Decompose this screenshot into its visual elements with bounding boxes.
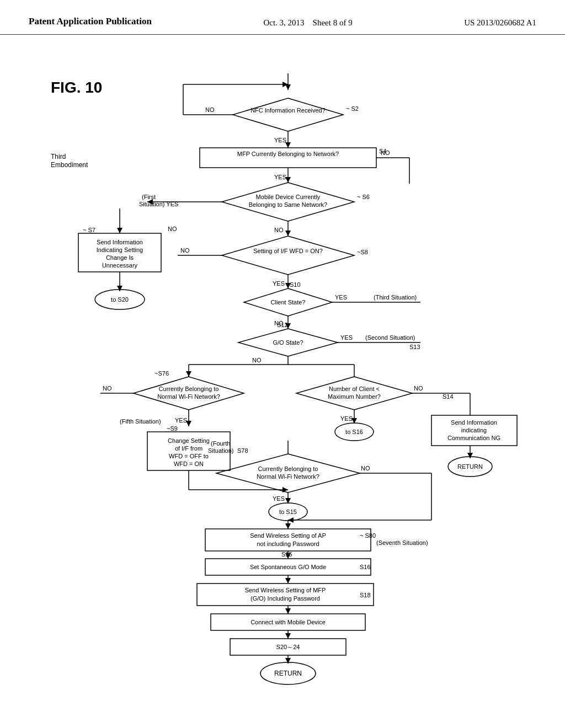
s8-text: Setting of I/F WFD = ON?: [253, 248, 323, 254]
s12-text: G/O State?: [273, 339, 303, 346]
svg-text:(G/O) Including Password: (G/O) Including Password: [250, 595, 320, 602]
num-no: NO: [414, 385, 423, 392]
svg-marker-86: [285, 523, 291, 529]
svg-marker-2: [233, 98, 343, 131]
svg-text:Normal Wi-Fi Network?: Normal Wi-Fi Network?: [257, 473, 319, 480]
s6-text: Mobile Device Currently: [256, 194, 321, 200]
s14-text: Send Information: [451, 419, 497, 426]
s78-yes: YES: [273, 495, 285, 502]
s76-label: ~S76: [154, 370, 169, 377]
s12-no: NO: [252, 357, 262, 363]
s9-label: ~S9: [167, 425, 178, 432]
svg-marker-31: [285, 231, 291, 236]
s78-label: S78: [237, 447, 248, 454]
sheet-info: Sheet 8 of 9: [313, 18, 353, 27]
svg-text:not including Password: not including Password: [257, 540, 319, 547]
patent-number: US 2013/0260682 A1: [464, 18, 536, 28]
publication-date: Oct. 3, 2013: [263, 18, 304, 27]
svg-marker-59: [467, 453, 473, 458]
third-sit: (Third Situation): [374, 294, 417, 301]
s8-label: ~S8: [357, 249, 368, 255]
s8-yes: YES: [273, 280, 285, 287]
s14-label: S14: [443, 393, 454, 400]
s78-no: NO: [361, 465, 370, 472]
svg-text:WFD = ON: WFD = ON: [174, 461, 204, 467]
svg-text:Normal Wi-Fi Network?: Normal Wi-Fi Network?: [157, 393, 220, 400]
fifth-sit: (Fifth Situation): [120, 418, 161, 425]
send-info-text: Send Information: [97, 239, 143, 245]
s10-yes: YES: [335, 294, 347, 301]
first-sit-label: (First: [142, 194, 156, 200]
s16-text: Send Wireless Setting of MFP: [245, 587, 326, 593]
flowchart: FIG. 10 Third Embodiment NFC Information…: [33, 62, 532, 702]
s7-no: NO: [168, 226, 177, 232]
s12-label: S12: [277, 322, 288, 328]
s8-no: NO: [180, 247, 190, 254]
s80-label: ~ S80: [360, 532, 376, 539]
svg-text:Maximum Number?: Maximum Number?: [328, 393, 381, 400]
page-header: Patent Application Publication Oct. 3, 2…: [0, 0, 565, 35]
svg-text:Indicating Setting: Indicating Setting: [97, 247, 143, 253]
second-sit: (Second Situation): [365, 334, 415, 341]
publication-title: Patent Application Publication: [29, 15, 152, 28]
s80-text: Send Wireless Setting of AP: [250, 532, 326, 539]
svg-marker-28: [117, 286, 122, 291]
s7-label: ~ S7: [83, 227, 95, 233]
svg-text:Unnecessary: Unnecessary: [102, 262, 138, 269]
s4-text: MFP Currently Belonging to Network?: [237, 151, 339, 157]
s76-no: NO: [103, 385, 112, 392]
s12-yes: YES: [340, 334, 353, 341]
svg-text:indicating: indicating: [461, 427, 487, 433]
s4-yes: YES: [274, 174, 286, 180]
s13-label: S13: [409, 344, 420, 350]
s10-text: Client State?: [271, 299, 306, 306]
s4-no: NO: [381, 149, 390, 156]
s2-text: NFC Information Received?: [250, 107, 326, 114]
s2-yes: YES: [274, 137, 286, 143]
svg-marker-97: [285, 608, 291, 614]
svg-marker-45: [186, 371, 191, 377]
return-right-text: RETURN: [457, 463, 483, 470]
seventh-sit: (Seventh Situation): [376, 539, 428, 546]
third-embodiment-label2: Embodiment: [51, 161, 88, 169]
fig-label: FIG. 10: [51, 79, 102, 96]
s76-text: Currently Belonging to: [159, 386, 219, 392]
num-client-text: Number of Client <: [329, 386, 380, 392]
s6-label: ~ S6: [357, 194, 370, 200]
svg-text:Belonging to Same Network?: Belonging to Same Network?: [249, 201, 327, 208]
svg-marker-22: [117, 228, 122, 233]
to-s20-text: to S20: [111, 296, 129, 303]
s2024-text: S20～24: [276, 644, 300, 650]
main-content: FIG. 10 Third Embodiment NFC Information…: [0, 35, 565, 719]
to-s15-text: to S15: [279, 508, 297, 515]
svg-text:WFD = OFF to: WFD = OFF to: [169, 453, 209, 459]
s18-text: Connect with Mobile Device: [250, 619, 326, 625]
fourth-sit: (Fourth: [211, 440, 230, 447]
return-bottom-text: RETURN: [274, 670, 302, 677]
flowchart-svg: FIG. 10 Third Embodiment NFC Information…: [34, 62, 531, 702]
svg-text:Situation): Situation): [208, 447, 233, 454]
header-center: Oct. 3, 2013 Sheet 8 of 9: [263, 18, 352, 28]
s16-label: S16: [360, 564, 371, 570]
s2-no: NO: [205, 106, 215, 113]
num-yes: YES: [340, 415, 353, 422]
third-embodiment-label: Third: [51, 153, 66, 160]
svg-text:Communication NG: Communication NG: [447, 435, 500, 441]
to-s16-text: to S16: [345, 429, 363, 435]
svg-marker-93: [285, 578, 291, 584]
svg-text:Change Is: Change Is: [106, 254, 134, 261]
s76-yes: YES: [175, 417, 187, 424]
s6-no: NO: [274, 227, 284, 233]
s78-text: Currently Belonging to: [258, 465, 318, 472]
s15-text: Set Spontaneous G/O Mode: [250, 564, 326, 570]
svg-marker-32: [222, 236, 354, 275]
s2-label: ~ S2: [346, 105, 359, 112]
s18-label: S18: [360, 592, 371, 598]
s9-text: Change Setting: [168, 437, 210, 444]
svg-text:of I/F from: of I/F from: [175, 445, 202, 452]
svg-marker-100: [285, 633, 291, 639]
s10-label: S10: [290, 281, 301, 288]
